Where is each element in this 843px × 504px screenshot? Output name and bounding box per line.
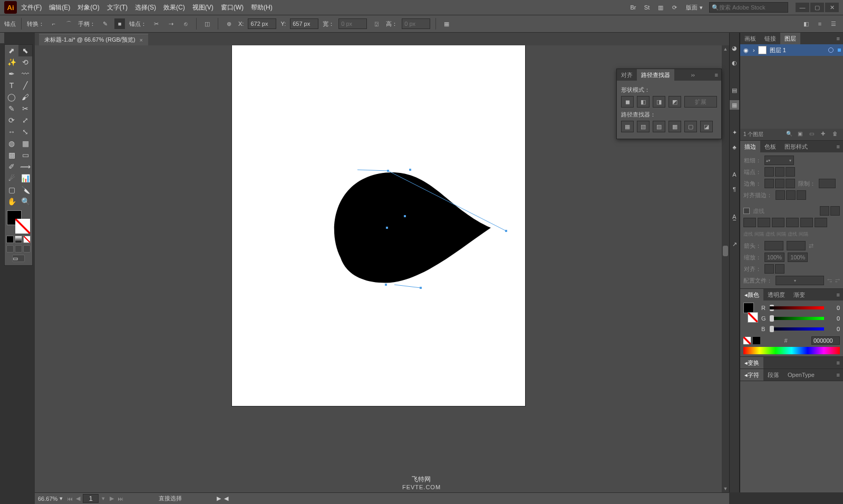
type-tool[interactable]: T (5, 80, 18, 91)
tab-opentype[interactable]: OpenType (783, 369, 819, 381)
gap-3[interactable] (815, 218, 827, 227)
next-artboard-icon[interactable]: ▶ (108, 495, 115, 502)
tab-transform[interactable]: ◂ 变换 (740, 357, 763, 369)
convert-smooth-icon[interactable]: ⌒ (63, 18, 74, 29)
r-slider[interactable] (770, 306, 824, 309)
hide-handles-icon[interactable]: ■ (114, 18, 125, 29)
minus-front-icon[interactable]: ◧ (637, 96, 650, 108)
convert-corner-icon[interactable]: ⌐ (49, 18, 59, 29)
scissors-tool[interactable]: ✂ (18, 103, 32, 114)
new-sublayer-icon[interactable]: ▭ (809, 131, 817, 138)
delete-layer-icon[interactable]: 🗑 (832, 131, 840, 138)
glyph-icon[interactable]: A̲ (730, 212, 739, 221)
curvature-tool[interactable]: 〰 (18, 68, 32, 80)
panel-menu-icon[interactable]: ≡ (834, 360, 843, 366)
stroke-swatch-none[interactable] (15, 219, 30, 234)
menu-view[interactable]: 视图(V) (189, 2, 217, 13)
merge-icon[interactable]: ▨ (653, 121, 665, 132)
exclude-icon[interactable]: ◩ (668, 96, 681, 108)
blend-tool[interactable]: ⟿ (18, 161, 32, 172)
y-input[interactable]: 657 px (290, 18, 318, 29)
menu-type[interactable]: 文字(T) (104, 2, 131, 13)
color-spectrum[interactable] (743, 347, 840, 354)
menu-window[interactable]: 窗口(W) (218, 2, 247, 13)
rectangle-tool[interactable]: ◯ (5, 91, 18, 103)
panel-menu-icon[interactable]: ≡ (712, 72, 721, 78)
color-guide-icon[interactable]: ◕ (730, 43, 739, 53)
remove-anchor-icon[interactable]: ✂ (151, 18, 161, 29)
artboard-tool[interactable]: ▢ (5, 184, 18, 196)
window-maximize[interactable]: ▢ (810, 3, 824, 12)
hand-tool[interactable]: ✋ (5, 196, 18, 207)
vector-shape[interactable] (326, 162, 516, 299)
vertical-scrollbar[interactable]: ▲ ▼ (722, 45, 729, 492)
connect-anchor-icon[interactable]: ⇢ (166, 18, 176, 29)
appearance-icon[interactable]: ◐ (730, 58, 739, 67)
lasso-tool[interactable]: ⟲ (18, 56, 32, 68)
tab-pathfinder[interactable]: 路径查找器 (637, 69, 674, 81)
g-value[interactable]: 0 (827, 315, 840, 322)
scale-tool[interactable]: ⤢ (18, 114, 32, 126)
menu-help[interactable]: 帮助(H) (248, 2, 276, 13)
align-panel-icon[interactable]: ≡ (815, 18, 825, 29)
fill-stroke-control[interactable] (6, 209, 31, 235)
none-icon[interactable] (23, 236, 31, 243)
make-clipping-icon[interactable]: ▣ (798, 131, 805, 138)
unite-icon[interactable]: ◼ (621, 96, 634, 108)
tab-layers[interactable]: 图层 (780, 33, 800, 44)
b-value[interactable]: 0 (827, 326, 840, 332)
align-stroke-buttons[interactable] (776, 190, 806, 200)
stock-icon[interactable]: St (642, 2, 652, 13)
g-slider[interactable] (770, 317, 824, 320)
direct-selection-tool[interactable]: ⬉ (18, 45, 32, 56)
document-tab[interactable]: 未标题-1.ai* @ 66.67% (RGB/预览) × (39, 34, 148, 45)
link-wh-icon[interactable]: ⍰ (371, 18, 382, 29)
symbols-icon[interactable]: ✦ (730, 128, 739, 137)
isolate-icon[interactable]: ◫ (202, 18, 212, 29)
tab-stroke[interactable]: 描边 (740, 141, 760, 152)
tab-color[interactable]: ◂ 颜色 (740, 289, 763, 301)
screen-mode-btn[interactable]: ▭ (5, 255, 32, 262)
tab-transparency[interactable]: 透明度 (763, 289, 789, 301)
black-swatch[interactable] (753, 337, 760, 344)
transform-panel-icon[interactable]: ☰ (828, 18, 839, 29)
minus-back-icon[interactable]: ◪ (700, 121, 713, 132)
pixel-snap-icon[interactable]: ▦ (441, 18, 452, 29)
scroll-thumb[interactable] (723, 246, 728, 256)
gradient-tool[interactable]: ▭ (18, 149, 32, 161)
dash-1[interactable] (743, 218, 756, 227)
shaper-tool[interactable]: ✎ (5, 103, 18, 114)
search-stock-input[interactable] (719, 4, 786, 11)
cap-buttons[interactable] (764, 167, 795, 177)
locate-layer-icon[interactable]: 🔍 (786, 131, 793, 138)
tab-character[interactable]: ◂ 字符 (740, 369, 763, 381)
gradient-icon[interactable] (15, 236, 22, 243)
status-play-icon[interactable]: ▶ (217, 495, 221, 502)
column-graph-tool[interactable]: 📊 (18, 172, 32, 184)
draw-behind-icon[interactable] (15, 245, 22, 253)
fill-color-icon[interactable] (6, 236, 14, 243)
zoom-tool[interactable]: 🔍 (18, 196, 32, 207)
paintbrush-tool[interactable]: 🖌 (18, 91, 32, 103)
show-handles-icon[interactable]: ✎ (100, 18, 110, 29)
workspace-switcher[interactable]: 版面▾ (683, 3, 706, 13)
type-char-icon[interactable]: A (730, 170, 739, 179)
align-to-icon[interactable]: ◧ (801, 18, 811, 29)
tab-paragraph[interactable]: 段落 (763, 369, 783, 381)
trim-icon[interactable]: ▧ (637, 121, 650, 132)
dash-2[interactable] (772, 218, 784, 227)
panel-menu-icon[interactable]: ≡ (834, 372, 843, 378)
fill-stroke-mini[interactable] (743, 303, 758, 328)
gpu-icon[interactable]: ⟳ (669, 2, 680, 13)
hex-input[interactable] (811, 336, 840, 345)
visibility-icon[interactable]: ◉ (742, 47, 750, 54)
prev-artboard-icon[interactable]: ◀ (74, 495, 82, 502)
slice-tool[interactable]: 🔪 (18, 184, 32, 196)
limit-stepper[interactable] (819, 179, 836, 188)
dash-3[interactable] (800, 218, 813, 227)
flip-across-icon[interactable]: ⥂ (835, 277, 840, 284)
menu-object[interactable]: 对象(O) (74, 2, 102, 13)
symbol-sprayer-tool[interactable]: ☄ (5, 172, 18, 184)
gap-1[interactable] (758, 218, 770, 227)
arrange-documents-icon[interactable]: ▥ (655, 2, 666, 13)
